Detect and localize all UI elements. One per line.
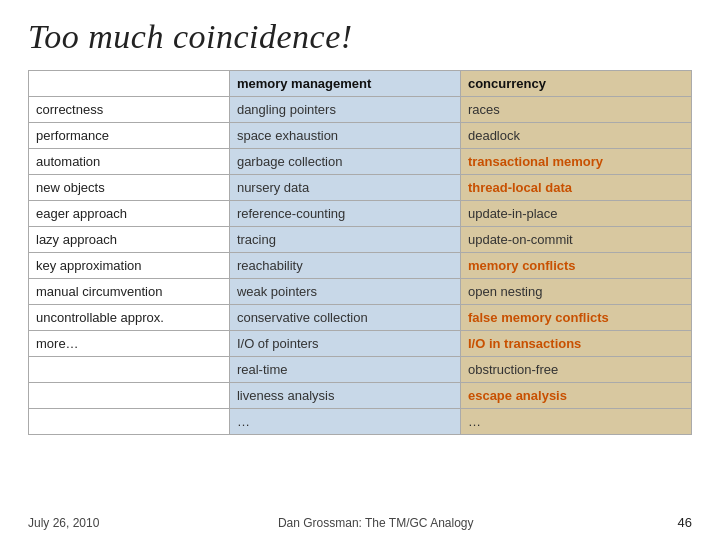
cell-right: … xyxy=(460,409,691,435)
cell-right: memory conflicts xyxy=(460,253,691,279)
table-row: …… xyxy=(29,409,692,435)
cell-left xyxy=(29,357,230,383)
cell-left: new objects xyxy=(29,175,230,201)
table-row: more…I/O of pointersI/O in transactions xyxy=(29,331,692,357)
header-mid: memory management xyxy=(229,71,460,97)
cell-right: update-on-commit xyxy=(460,227,691,253)
slide-title: Too much coincidence! xyxy=(28,18,692,56)
cell-left: eager approach xyxy=(29,201,230,227)
cell-mid: garbage collection xyxy=(229,149,460,175)
cell-left: automation xyxy=(29,149,230,175)
cell-mid: weak pointers xyxy=(229,279,460,305)
cell-left: uncontrollable approx. xyxy=(29,305,230,331)
cell-left: manual circumvention xyxy=(29,279,230,305)
cell-right: transactional memory xyxy=(460,149,691,175)
cell-left xyxy=(29,409,230,435)
cell-left: performance xyxy=(29,123,230,149)
cell-left: key approximation xyxy=(29,253,230,279)
footer: July 26, 2010 Dan Grossman: The TM/GC An… xyxy=(28,515,692,530)
cell-mid: … xyxy=(229,409,460,435)
cell-mid: conservative collection xyxy=(229,305,460,331)
cell-mid: tracing xyxy=(229,227,460,253)
table-body: correctnessdangling pointersracesperform… xyxy=(29,97,692,435)
cell-mid: nursery data xyxy=(229,175,460,201)
table-row: automationgarbage collectiontransactiona… xyxy=(29,149,692,175)
cell-right: races xyxy=(460,97,691,123)
footer-left: July 26, 2010 xyxy=(28,516,99,530)
table-row: manual circumventionweak pointersopen ne… xyxy=(29,279,692,305)
cell-right: thread-local data xyxy=(460,175,691,201)
table-header-row: memory management concurrency xyxy=(29,71,692,97)
header-right: concurrency xyxy=(460,71,691,97)
cell-mid: dangling pointers xyxy=(229,97,460,123)
table-row: liveness analysisescape analysis xyxy=(29,383,692,409)
slide: Too much coincidence! memory management … xyxy=(0,0,720,540)
cell-left: correctness xyxy=(29,97,230,123)
cell-right: deadlock xyxy=(460,123,691,149)
cell-mid: reachability xyxy=(229,253,460,279)
header-left xyxy=(29,71,230,97)
table-wrap: memory management concurrency correctnes… xyxy=(28,70,692,507)
table-row: correctnessdangling pointersraces xyxy=(29,97,692,123)
table-row: real-timeobstruction-free xyxy=(29,357,692,383)
cell-mid: I/O of pointers xyxy=(229,331,460,357)
cell-right: open nesting xyxy=(460,279,691,305)
main-table: memory management concurrency correctnes… xyxy=(28,70,692,435)
table-row: eager approachreference-countingupdate-i… xyxy=(29,201,692,227)
cell-right: escape analysis xyxy=(460,383,691,409)
cell-mid: space exhaustion xyxy=(229,123,460,149)
table-row: lazy approachtracingupdate-on-commit xyxy=(29,227,692,253)
table-row: performancespace exhaustiondeadlock xyxy=(29,123,692,149)
cell-right: false memory conflicts xyxy=(460,305,691,331)
cell-right: update-in-place xyxy=(460,201,691,227)
cell-mid: real-time xyxy=(229,357,460,383)
cell-right: I/O in transactions xyxy=(460,331,691,357)
table-row: key approximationreachabilitymemory conf… xyxy=(29,253,692,279)
cell-right: obstruction-free xyxy=(460,357,691,383)
cell-left: lazy approach xyxy=(29,227,230,253)
cell-left xyxy=(29,383,230,409)
table-row: new objectsnursery datathread-local data xyxy=(29,175,692,201)
footer-center: Dan Grossman: The TM/GC Analogy xyxy=(99,516,652,530)
table-row: uncontrollable approx.conservative colle… xyxy=(29,305,692,331)
cell-mid: reference-counting xyxy=(229,201,460,227)
footer-right: 46 xyxy=(652,515,692,530)
cell-mid: liveness analysis xyxy=(229,383,460,409)
cell-left: more… xyxy=(29,331,230,357)
